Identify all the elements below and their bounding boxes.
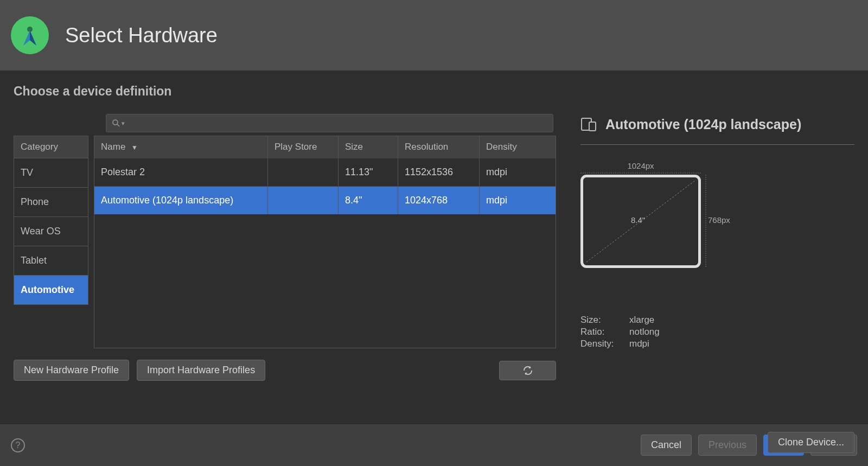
cell-size: 8.4"	[339, 187, 398, 214]
category-list: Category TV Phone Wear OS Tablet Automot…	[14, 136, 88, 348]
compass-icon	[18, 24, 41, 47]
cell-name: Polestar 2	[94, 158, 268, 186]
category-header: Category	[14, 136, 88, 158]
refresh-button[interactable]	[499, 361, 556, 380]
sort-indicator-icon: ▼	[131, 144, 138, 151]
cell-density: mdpi	[480, 158, 556, 186]
cell-resolution: 1152x1536	[398, 158, 480, 186]
spec-size-value: xlarge	[629, 315, 654, 325]
svg-point-1	[113, 120, 118, 125]
device-dimension-diagram: 1024px 768px 8.4"	[580, 175, 738, 294]
cell-playstore	[268, 187, 339, 214]
devices-icon	[580, 116, 597, 132]
dimension-guides-right	[703, 175, 719, 283]
spec-density-label: Density:	[580, 339, 623, 349]
svg-rect-4	[589, 122, 596, 131]
subtitle: Choose a device definition	[14, 84, 854, 99]
spec-density-value: mdpi	[629, 339, 649, 349]
table-header-row: Name ▼ Play Store Size Resolution Densit…	[94, 136, 556, 158]
cell-size: 11.13"	[339, 158, 398, 186]
cell-resolution: 1024x768	[398, 187, 480, 214]
cancel-button[interactable]: Cancel	[641, 435, 692, 456]
category-item-phone[interactable]: Phone	[14, 188, 88, 217]
column-header-playstore[interactable]: Play Store	[268, 136, 339, 158]
svg-line-2	[117, 124, 119, 126]
column-header-size[interactable]: Size	[339, 136, 398, 158]
column-header-name[interactable]: Name ▼	[94, 136, 268, 158]
search-icon	[112, 119, 120, 127]
cell-density: mdpi	[480, 187, 556, 214]
previous-button[interactable]: Previous	[698, 435, 757, 456]
device-specs: Size: xlarge Ratio: notlong Density: mdp…	[580, 315, 854, 349]
cell-playstore	[268, 158, 339, 186]
spec-ratio-label: Ratio:	[580, 327, 623, 337]
column-header-resolution[interactable]: Resolution	[398, 136, 480, 158]
spec-ratio-value: notlong	[629, 327, 660, 337]
column-header-density[interactable]: Density	[480, 136, 556, 158]
device-table: Name ▼ Play Store Size Resolution Densit…	[94, 136, 556, 348]
help-button[interactable]: ?	[11, 438, 25, 452]
wizard-footer: ? Cancel Previous Next Finish	[0, 424, 868, 466]
category-item-wearos[interactable]: Wear OS	[14, 217, 88, 246]
refresh-icon	[522, 365, 533, 376]
cell-name: Automotive (1024p landscape)	[94, 187, 268, 214]
android-studio-logo	[11, 16, 49, 54]
category-item-tablet[interactable]: Tablet	[14, 246, 88, 276]
new-hardware-profile-button[interactable]: New Hardware Profile	[14, 360, 129, 381]
category-item-tv[interactable]: TV	[14, 158, 88, 188]
spec-size-label: Size:	[580, 315, 623, 325]
header-bar: Select Hardware	[0, 0, 868, 71]
import-hardware-profiles-button[interactable]: Import Hardware Profiles	[137, 360, 265, 381]
column-name-label: Name	[101, 142, 125, 152]
table-row[interactable]: Polestar 2 11.13" 1152x1536 mdpi	[94, 158, 556, 186]
main-panel: Choose a device definition ▾ Category TV…	[0, 71, 868, 424]
table-row[interactable]: Automotive (1024p landscape) 8.4" 1024x7…	[94, 186, 556, 214]
device-frame: 8.4"	[580, 175, 701, 268]
page-title: Select Hardware	[65, 24, 218, 47]
preview-panel: Automotive (1024p landscape) 1024px 768p…	[580, 114, 854, 381]
category-item-automotive[interactable]: Automotive	[14, 276, 88, 305]
search-input[interactable]: ▾	[106, 114, 553, 132]
diagonal-dimension: 8.4"	[631, 215, 645, 225]
preview-title: Automotive (1024p landscape)	[605, 117, 801, 132]
clone-device-button[interactable]: Clone Device...	[768, 432, 854, 453]
